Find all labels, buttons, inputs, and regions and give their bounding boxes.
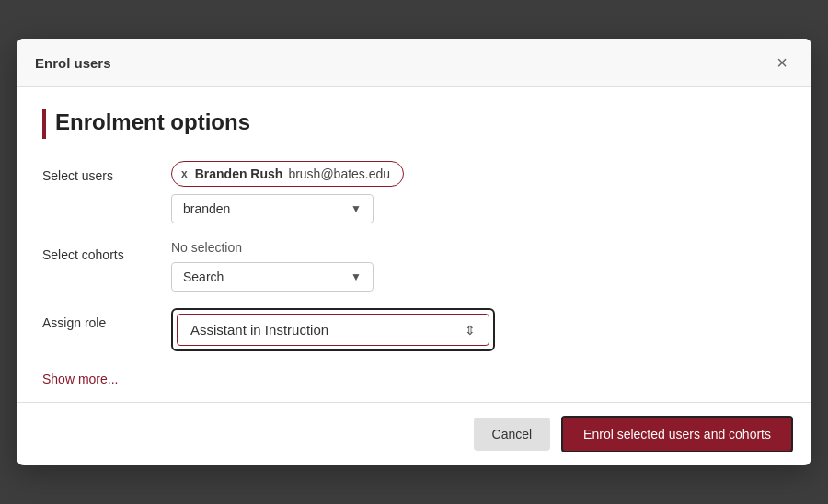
assign-role-value: Assistant in Instruction bbox=[190, 322, 328, 338]
select-users-label: Select users bbox=[42, 161, 171, 183]
assign-role-dropdown[interactable]: Assistant in Instruction ⇕ bbox=[177, 314, 489, 346]
cohorts-dropdown-arrow: ▼ bbox=[351, 270, 362, 283]
close-button[interactable]: × bbox=[771, 52, 793, 74]
assign-role-row: Assign role Assistant in Instruction ⇕ bbox=[42, 308, 786, 351]
show-more-link[interactable]: Show more... bbox=[42, 372, 118, 386]
modal-title: Enrol users bbox=[35, 55, 111, 71]
assign-role-arrows: ⇕ bbox=[465, 323, 476, 338]
user-dropdown-value: branden bbox=[183, 201, 230, 216]
section-title: Enrolment options bbox=[42, 109, 786, 139]
assign-role-content: Assistant in Instruction ⇕ bbox=[171, 308, 786, 351]
assign-role-wrapper: Assistant in Instruction ⇕ bbox=[171, 308, 495, 351]
select-users-row: Select users x Branden Rush brush@bates.… bbox=[42, 161, 786, 223]
select-cohorts-content: No selection Search ▼ bbox=[171, 240, 786, 292]
modal-body: Enrolment options Select users x Branden… bbox=[17, 87, 811, 402]
user-dropdown-arrow: ▼ bbox=[351, 202, 362, 215]
cohorts-no-selection: No selection bbox=[171, 240, 786, 255]
modal-header: Enrol users × bbox=[17, 39, 811, 87]
enrol-button[interactable]: Enrol selected users and cohorts bbox=[561, 416, 793, 452]
user-dropdown[interactable]: branden ▼ bbox=[171, 194, 374, 223]
selected-user-tag: x Branden Rush brush@bates.edu bbox=[171, 161, 404, 187]
assign-role-label: Assign role bbox=[42, 308, 171, 330]
cohorts-search-placeholder: Search bbox=[183, 269, 224, 284]
modal-footer: Cancel Enrol selected users and cohorts bbox=[17, 402, 811, 465]
user-email: brush@bates.edu bbox=[288, 166, 390, 181]
cohorts-search-dropdown[interactable]: Search ▼ bbox=[171, 262, 374, 292]
select-cohorts-label: Select cohorts bbox=[42, 240, 171, 262]
select-cohorts-row: Select cohorts No selection Search ▼ bbox=[42, 240, 786, 292]
enrol-users-modal: Enrol users × Enrolment options Select u… bbox=[17, 39, 811, 465]
user-name: Branden Rush bbox=[195, 166, 283, 181]
remove-user-button[interactable]: x bbox=[181, 167, 188, 180]
cancel-button[interactable]: Cancel bbox=[474, 418, 551, 451]
modal-overlay: Enrol users × Enrolment options Select u… bbox=[0, 0, 828, 504]
select-users-content: x Branden Rush brush@bates.edu branden ▼ bbox=[171, 161, 786, 223]
